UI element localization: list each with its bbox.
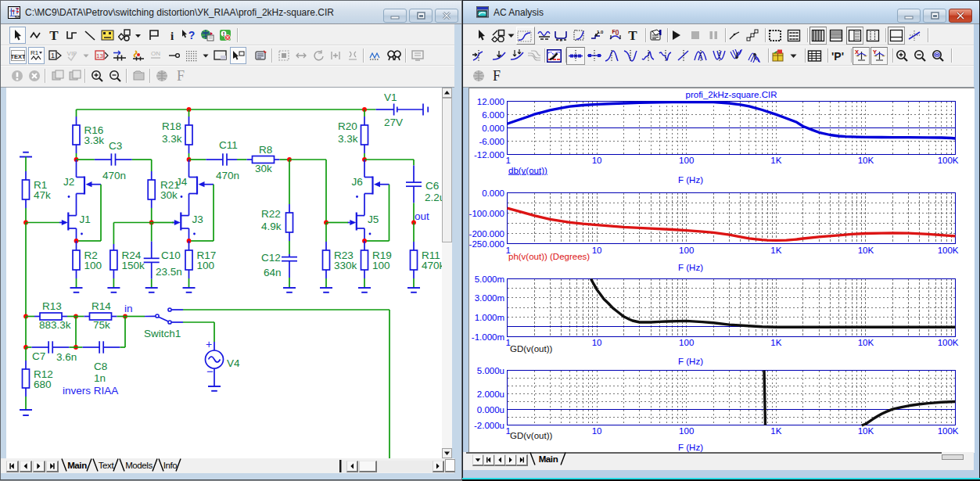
- svg-text:470k: 470k: [422, 260, 442, 271]
- svg-text:64n: 64n: [264, 267, 282, 278]
- svg-text:10K: 10K: [858, 426, 874, 436]
- svg-text:R8: R8: [259, 144, 272, 156]
- svg-text:10K: 10K: [858, 156, 874, 165]
- svg-text:-250.000: -250.000: [469, 239, 504, 249]
- svg-text:1.000m: 1.000m: [475, 313, 504, 322]
- svg-text:J1: J1: [80, 214, 91, 225]
- svg-text:Info: Info: [163, 461, 178, 470]
- svg-text:'P': 'P': [831, 49, 844, 62]
- svg-text:13: 13: [96, 52, 103, 59]
- svg-text:Models: Models: [125, 461, 153, 470]
- svg-text:-12.000: -12.000: [474, 150, 504, 160]
- svg-text:47k: 47k: [34, 189, 51, 201]
- svg-text:30k: 30k: [255, 163, 272, 174]
- svg-text:J2: J2: [63, 176, 74, 188]
- svg-text:883.3k: 883.3k: [39, 319, 71, 331]
- svg-text:3.3k: 3.3k: [162, 133, 182, 145]
- svg-text:C8: C8: [94, 361, 107, 372]
- svg-text:Switch1: Switch1: [144, 328, 181, 339]
- svg-text:1K: 1K: [770, 246, 781, 255]
- svg-text:1n: 1n: [94, 372, 106, 384]
- svg-text:100: 100: [84, 260, 102, 271]
- svg-text:V1: V1: [384, 92, 397, 103]
- svg-text:C11: C11: [219, 139, 238, 151]
- svg-text:12.000: 12.000: [477, 97, 504, 106]
- svg-text:10K: 10K: [858, 246, 874, 255]
- svg-text:10: 10: [592, 246, 602, 255]
- svg-text:100: 100: [679, 156, 694, 165]
- svg-text:100: 100: [679, 338, 694, 347]
- svg-text:T: T: [49, 29, 59, 41]
- svg-text:680: 680: [34, 379, 52, 390]
- svg-text:C6: C6: [425, 180, 439, 192]
- svg-text:0.000: 0.000: [482, 188, 504, 198]
- svg-text:F(): F(): [612, 29, 619, 35]
- svg-text:R18: R18: [162, 120, 181, 132]
- svg-text:R1: R1: [31, 49, 39, 56]
- svg-text:ON: ON: [151, 50, 160, 57]
- svg-text:F: F: [493, 69, 501, 83]
- svg-text:1K: 1K: [770, 156, 781, 165]
- svg-text:2.000u: 2.000u: [477, 389, 504, 399]
- svg-text:10K: 10K: [858, 338, 874, 347]
- svg-text:−: −: [206, 364, 214, 378]
- svg-text:Main: Main: [67, 461, 87, 470]
- svg-text:profi_2kHz-square.CIR: profi_2kHz-square.CIR: [686, 90, 777, 99]
- svg-text:1: 1: [506, 156, 511, 165]
- svg-text:470n: 470n: [216, 170, 239, 181]
- svg-text:J6: J6: [352, 176, 363, 188]
- svg-text:Text: Text: [99, 461, 115, 470]
- svg-text:330k: 330k: [334, 260, 357, 271]
- svg-text:27V: 27V: [384, 117, 403, 128]
- svg-text:db(v(out)): db(v(out)): [508, 166, 547, 175]
- svg-text:T: T: [628, 29, 637, 41]
- svg-text:3.000m: 3.000m: [475, 293, 504, 303]
- svg-text:-2.000u: -2.000u: [474, 421, 504, 430]
- svg-text:100: 100: [197, 260, 215, 271]
- svg-text:-200.000: -200.000: [469, 229, 504, 239]
- svg-text:F (Hz): F (Hz): [678, 357, 703, 366]
- svg-text:Main: Main: [539, 454, 558, 464]
- svg-text:1K: 1K: [770, 426, 781, 436]
- svg-text:R14: R14: [92, 300, 111, 312]
- svg-text:+: +: [206, 338, 212, 350]
- svg-text:1: 1: [50, 52, 54, 59]
- svg-text:5.000u: 5.000u: [477, 366, 504, 375]
- svg-text:100: 100: [679, 246, 694, 255]
- svg-text:100: 100: [679, 426, 694, 436]
- svg-text:3.3k: 3.3k: [84, 135, 105, 146]
- svg-text:C10: C10: [161, 249, 181, 261]
- svg-text:150k: 150k: [121, 260, 145, 271]
- svg-text:J5: J5: [368, 214, 379, 225]
- svg-text:in: in: [124, 303, 133, 314]
- svg-text:V4: V4: [227, 357, 240, 369]
- svg-text:10: 10: [592, 338, 602, 347]
- svg-text:100K: 100K: [938, 156, 959, 165]
- svg-text:GD(v(out)): GD(v(out)): [510, 431, 552, 440]
- svg-text:5.000m: 5.000m: [475, 275, 504, 284]
- svg-text:invers RIAA: invers RIAA: [63, 385, 118, 397]
- svg-text:2.2u: 2.2u: [425, 192, 442, 203]
- svg-text:?: ?: [188, 29, 196, 41]
- svg-text:J3: J3: [192, 214, 203, 225]
- svg-text:0.000u: 0.000u: [477, 405, 504, 415]
- svg-text:3.3k: 3.3k: [338, 133, 358, 145]
- svg-text:ph(v(out)) (Degrees): ph(v(out)) (Degrees): [508, 252, 590, 261]
- svg-text:-6.000: -6.000: [479, 137, 504, 146]
- svg-text:C12: C12: [261, 252, 281, 264]
- svg-text:-100.000: -100.000: [469, 209, 504, 218]
- svg-text:100K: 100K: [938, 338, 959, 347]
- svg-text:10: 10: [592, 156, 602, 165]
- svg-text:F (Hz): F (Hz): [678, 175, 703, 185]
- svg-text:!: !: [223, 31, 225, 38]
- svg-text:23.5n: 23.5n: [156, 266, 182, 278]
- svg-text:100K: 100K: [938, 426, 959, 436]
- svg-text:C7: C7: [32, 350, 45, 362]
- svg-text:6.000: 6.000: [482, 110, 504, 120]
- svg-text:R22: R22: [261, 208, 281, 220]
- svg-text:F (Hz): F (Hz): [678, 263, 703, 272]
- svg-text:R20: R20: [338, 120, 357, 132]
- svg-text:C3: C3: [109, 140, 122, 152]
- svg-text:100: 100: [372, 260, 390, 271]
- svg-text:F: F: [176, 69, 184, 83]
